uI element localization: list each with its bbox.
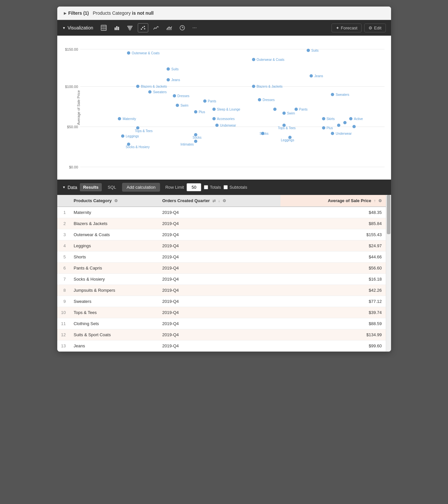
cell-quarter: 2019-Q4	[158, 296, 280, 307]
dot-sleep	[212, 108, 216, 111]
dot-skirts	[322, 117, 325, 120]
data-label: Data	[67, 185, 77, 190]
dot-suits-left	[167, 67, 170, 71]
cell-quarter: 2019-Q4	[158, 329, 280, 340]
chart-inner: $150.00 $100.00 $50.00 $0.00 Outerwear &…	[80, 42, 385, 176]
clock-btn[interactable]	[177, 23, 188, 32]
table-row: 8 Jumpsuits & Rompers 2019-Q4 $42.26	[57, 285, 386, 296]
filters-toggle[interactable]: ▶ Filters (1)	[64, 10, 89, 16]
cell-category: Sweaters	[70, 296, 158, 307]
table-row: 13 Jeans 2019-Q4 $99.60	[57, 340, 386, 352]
dot-outerwear-left	[127, 51, 130, 55]
sql-tab[interactable]: SQL	[104, 183, 119, 191]
scatter-btn[interactable]	[138, 23, 148, 32]
gridline-0: $0.00	[80, 167, 385, 167]
forecast-label: Forecast	[341, 26, 358, 30]
dot-extra4	[352, 125, 356, 128]
cell-num: 3	[57, 229, 70, 240]
svg-point-15	[144, 28, 145, 29]
data-toolbar: ▼ Data Results SQL Add calculation Row L…	[57, 180, 391, 195]
filter-label: Filters (1)	[68, 10, 89, 16]
col-category[interactable]: Products Category ⚙	[70, 195, 158, 207]
row-limit-label: Row Limit	[165, 185, 184, 190]
results-tab[interactable]: Results	[80, 183, 102, 191]
label-swim-right: Swim	[287, 112, 295, 115]
svg-rect-0	[101, 25, 106, 30]
category-settings-icon[interactable]: ⚙	[114, 199, 118, 203]
table-row: 1 Maternity 2019-Q4 $48.35	[57, 207, 386, 218]
scrollbar-track[interactable]	[386, 195, 391, 352]
funnel-btn[interactable]	[125, 23, 135, 32]
quarter-settings-icon[interactable]: ⚙	[223, 199, 226, 203]
label-tops-left: Tops & Tees	[135, 129, 152, 132]
svg-point-13	[142, 27, 143, 28]
cell-quarter: 2019-Q4	[158, 274, 280, 285]
table-row: 6 Pants & Capris 2019-Q4 $56.60	[57, 263, 386, 274]
line-chart-btn[interactable]	[151, 23, 161, 32]
cell-num: 4	[57, 240, 70, 252]
avg-price-sort-icon[interactable]: ↑	[374, 199, 376, 203]
label-outerwear-left: Outerwear & Coats	[132, 51, 160, 55]
avg-price-settings-icon[interactable]: ⚙	[378, 199, 382, 203]
dot-extra2	[337, 124, 340, 127]
label-blazers-right: Blazers & Jackets	[257, 85, 282, 88]
cell-category: Maternity	[70, 207, 158, 218]
data-title[interactable]: ▼ Data	[63, 185, 77, 190]
cell-category: Leggings	[70, 240, 158, 252]
cell-category: Suits & Sport Coats	[70, 329, 158, 340]
cell-category: Tops & Tees	[70, 307, 158, 318]
table-view-btn[interactable]	[99, 23, 109, 32]
cell-avg-price: $85.84	[280, 218, 386, 229]
label-blazers-left: Blazers & Jackets	[141, 85, 167, 88]
cell-quarter: 2019-Q4	[158, 252, 280, 263]
dot-pants-left	[203, 99, 206, 103]
col-avg-price[interactable]: Average of Sale Price ↑ ⚙	[280, 195, 386, 207]
label-skirts: Skirts	[327, 117, 335, 120]
edit-btn[interactable]: ⚙ Edit	[364, 24, 385, 32]
data-arrow-icon: ▼	[63, 185, 66, 189]
label-socks-right: Socks	[260, 131, 268, 135]
subtotals-checkbox[interactable]	[224, 185, 228, 189]
area-chart-btn[interactable]	[164, 23, 174, 32]
dot-outerwear-right	[252, 58, 255, 61]
bar-chart-btn[interactable]	[112, 23, 122, 32]
quarter-sort-icon[interactable]: ↓	[218, 199, 220, 203]
table-row: 3 Outerwear & Coats 2019-Q4 $155.43	[57, 229, 386, 240]
table-header-row: Products Category ⚙ Orders Created Quart…	[57, 195, 386, 207]
label-pants-left: Pants	[208, 99, 216, 103]
subtotals-checkbox-label[interactable]: Subtotals	[224, 185, 247, 190]
viz-arrow-icon: ▼	[63, 26, 66, 30]
cell-quarter: 2019-Q4	[158, 285, 280, 296]
totals-checkbox[interactable]	[204, 185, 208, 189]
label-dresses-left: Dresses	[177, 94, 189, 98]
forecast-btn[interactable]: ✦ Forecast	[332, 24, 362, 32]
label-active: Active	[354, 117, 363, 120]
dot-blazers-right	[252, 85, 255, 88]
label-tops-right: Tops & Tees	[278, 126, 296, 130]
label-suits-left: Suits	[171, 67, 179, 71]
cell-quarter: 2019-Q4	[158, 240, 280, 252]
label-pants-right: Pants	[299, 108, 308, 111]
totals-checkbox-label[interactable]: Totals	[204, 185, 221, 190]
label-sleep: Sleep & Lounge	[217, 108, 240, 111]
svg-point-12	[141, 28, 142, 30]
gridline-150: $150.00	[80, 49, 385, 49]
viz-title[interactable]: ▼ Visualization	[63, 25, 93, 30]
more-btn[interactable]: ···	[190, 23, 199, 32]
dot-blazers-left	[136, 85, 139, 88]
viz-label: Visualization	[67, 25, 93, 30]
cell-avg-price: $77.12	[280, 296, 386, 307]
cell-quarter: 2019-Q4	[158, 229, 280, 240]
cell-avg-price: $16.18	[280, 274, 386, 285]
add-calculation-btn[interactable]: Add calculation	[122, 183, 160, 192]
row-limit-input[interactable]	[187, 183, 201, 191]
dot-intimates	[194, 140, 197, 143]
quarter-pivot-icon[interactable]: ⇄	[212, 199, 216, 203]
dot-accessories	[212, 117, 216, 120]
cell-category: Blazers & Jackets	[70, 218, 158, 229]
scrollbar-thumb[interactable]	[387, 195, 390, 234]
cell-quarter: 2019-Q4	[158, 340, 280, 352]
cell-avg-price: $155.43	[280, 229, 386, 240]
col-quarter[interactable]: Orders Created Quarter ⇄ ↓ ⚙	[158, 195, 280, 207]
cell-avg-price: $24.97	[280, 240, 386, 252]
